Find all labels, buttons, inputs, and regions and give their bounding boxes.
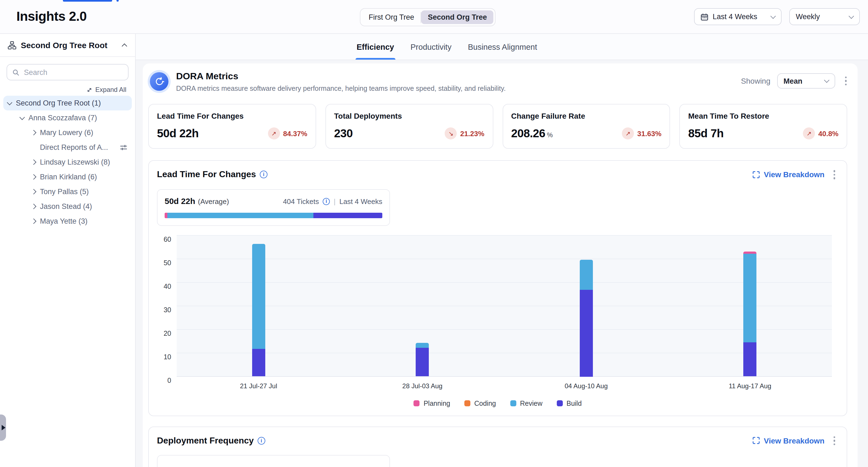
summary-value: 50d 22h [165, 196, 195, 205]
tree-item-label: Tony Pallas (5) [40, 188, 89, 196]
bar-segment-planning [744, 252, 757, 254]
tab-productivity[interactable]: Productivity [409, 34, 453, 60]
trend-down-icon: ↘ [445, 127, 457, 139]
phase-distribution-bar [165, 213, 382, 218]
x-tick-label: 28 Jul-03 Aug [402, 382, 442, 390]
view-breakdown-button[interactable]: View Breakdown [753, 436, 825, 445]
y-tick-label: 0 [167, 376, 171, 384]
tree-item-label: Second Org Tree Root (1) [16, 99, 101, 107]
x-tick-label: 21 Jul-27 Jul [240, 382, 277, 390]
tree-item-mary-lowery[interactable]: Mary Lowery (6) [0, 125, 135, 140]
search-icon [12, 69, 19, 76]
dora-iteration-icon [150, 72, 168, 91]
toggle-first-org-tree[interactable]: First Org Tree [362, 10, 421, 24]
chevron-right-icon[interactable] [31, 189, 36, 194]
search-input[interactable] [23, 67, 123, 77]
tree-item-anna-scozzafava[interactable]: Anna Scozzafava (7) [0, 111, 135, 125]
stat-value: 230 [334, 127, 353, 140]
chevron-right-icon[interactable] [31, 218, 36, 224]
legend-label: Coding [474, 400, 496, 407]
chevron-right-icon[interactable] [31, 159, 36, 165]
summary-qualifier: (Average) [198, 197, 229, 205]
x-tick-label: 04 Aug-10 Aug [565, 382, 608, 390]
chevron-right-icon[interactable] [31, 174, 36, 180]
summary-range: Last 4 Weeks [339, 197, 382, 205]
stacked-bar-21 Jul-27 Jul[interactable] [252, 244, 265, 376]
efficiency-panel: DORA Metrics DORA metrics measure softwa… [143, 63, 858, 467]
insights-app: Insights 2.0 First Org Tree Second Org T… [0, 0, 868, 467]
expand-arrow-icon [2, 425, 5, 430]
org-tree-toggle: First Org Tree Second Org Tree [360, 8, 496, 26]
tree-item-brian-kirkland[interactable]: Brian Kirkland (6) [0, 169, 135, 184]
stat-value: 85d 7h [688, 127, 723, 140]
main-content: Efficiency Productivity Business Alignme… [136, 34, 868, 467]
info-icon[interactable]: i [323, 198, 330, 205]
kebab-menu[interactable] [841, 74, 850, 88]
legend-item-planning[interactable]: Planning [414, 400, 450, 407]
tab-efficiency[interactable]: Efficiency [355, 34, 395, 60]
stat-delta: 21.23% [460, 129, 484, 137]
dora-title: DORA Metrics [176, 71, 506, 82]
stat-card-change-failure-rate: Change Failure Rate 208.26 % ↗ 31.63% [502, 104, 670, 149]
gridline [177, 305, 832, 306]
tree-item-direct-reports[interactable]: Direct Reports of A... [0, 140, 135, 155]
sliders-icon[interactable] [120, 144, 127, 151]
bar-segment-build [580, 290, 593, 376]
legend-swatch [414, 400, 420, 406]
trend-up-icon: ↗ [803, 127, 815, 139]
x-tick-label: 11 Aug-17 Aug [729, 382, 772, 390]
granularity-select[interactable]: Weekly [789, 8, 860, 25]
bar-segment-review [252, 244, 265, 349]
tree-item-label: Brian Kirkland (6) [40, 173, 97, 181]
info-icon[interactable]: i [258, 437, 265, 444]
info-icon[interactable]: i [260, 171, 268, 179]
chevron-down-icon[interactable] [20, 114, 25, 120]
tree-item-second-org-tree-root[interactable]: Second Org Tree Root (1) [3, 96, 132, 111]
bar-segment-review [416, 343, 429, 348]
section-title: Deployment Frequency [157, 436, 254, 446]
tree-item-label: Mary Lowery (6) [40, 128, 93, 137]
org-tree-icon [8, 41, 17, 50]
stacked-bar-04 Aug-10 Aug[interactable] [580, 260, 593, 376]
chevron-right-icon[interactable] [31, 204, 36, 209]
aggregation-select[interactable]: Mean [777, 73, 835, 89]
tree-item-tony-pallas[interactable]: Tony Pallas (5) [0, 184, 135, 199]
bar-segment-review [744, 253, 757, 342]
tree-item-lindsay-liszewski[interactable]: Lindsay Liszewski (8) [0, 155, 135, 169]
y-tick-label: 30 [163, 306, 171, 314]
dora-stat-cards: Lead Time For Changes 50d 22h ↗ 84.37% T… [148, 104, 847, 149]
toggle-second-org-tree[interactable]: Second Org Tree [422, 10, 494, 24]
stacked-bar-11 Aug-17 Aug[interactable] [744, 252, 757, 377]
legend-label: Review [520, 400, 542, 407]
view-breakdown-button[interactable]: View Breakdown [753, 170, 825, 179]
granularity-value: Weekly [796, 12, 820, 21]
sidebar-expand-handle[interactable] [0, 414, 6, 441]
expand-all-button[interactable]: Expand All [9, 86, 126, 94]
chevron-down-icon [848, 13, 854, 19]
org-tree-sidebar: Second Org Tree Root Expand All [0, 34, 136, 467]
legend-item-coding[interactable]: Coding [464, 400, 496, 407]
sidebar-search[interactable] [6, 64, 128, 81]
collapse-sidebar-icon[interactable] [122, 43, 127, 49]
y-tick-label: 60 [163, 236, 171, 243]
time-range-select[interactable]: Last 4 Weeks [694, 8, 782, 25]
stacked-bar-28 Jul-03 Aug[interactable] [416, 343, 429, 376]
stat-title: Mean Time To Restore [688, 112, 839, 120]
tab-business-alignment[interactable]: Business Alignment [467, 34, 538, 60]
stat-unit: % [547, 131, 553, 140]
bar-segment-build [744, 342, 757, 376]
chevron-right-icon[interactable] [31, 130, 36, 135]
tree-item-jason-stead[interactable]: Jason Stead (4) [0, 199, 135, 214]
lead-time-header: Lead Time For Changes i View Breakdown [157, 168, 838, 181]
view-breakdown-label: View Breakdown [764, 436, 825, 445]
gridline [177, 329, 832, 330]
kebab-menu[interactable] [830, 168, 838, 181]
chevron-down-icon[interactable] [7, 99, 12, 105]
clipped-top-content [63, 0, 112, 2]
legend-item-build[interactable]: Build [557, 400, 582, 407]
y-tick-label: 50 [163, 259, 171, 267]
kebab-menu[interactable] [830, 434, 838, 447]
tree-item-maya-yette[interactable]: Maya Yette (3) [0, 214, 135, 228]
lead-time-section: Lead Time For Changes i View Breakdown [148, 160, 847, 416]
legend-item-review[interactable]: Review [510, 400, 542, 407]
